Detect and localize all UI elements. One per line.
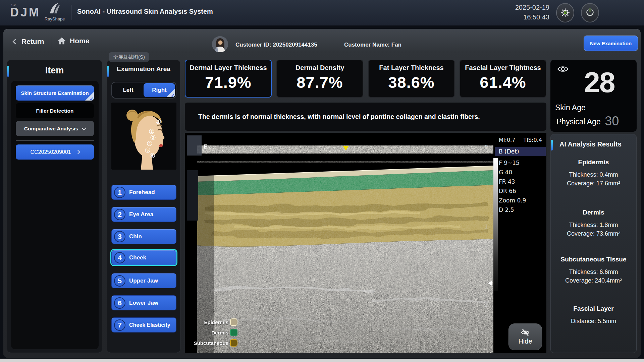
skin-age-card: Skin Age 28 Physical Age 30 <box>550 60 637 132</box>
djm-logo: DJM <box>10 5 41 19</box>
face-diagram: 1 2 3 4 5 6 <box>111 103 176 170</box>
accent-bar <box>551 140 553 150</box>
legend-label: Subcutaneous <box>188 340 228 346</box>
depth-label-1: 1 <box>485 224 488 230</box>
area-label: Forehead <box>129 189 155 196</box>
app-title: SonoAI - Ultrasound Skin Analysis System <box>77 8 213 15</box>
ultrasound-side-strip <box>187 170 198 221</box>
item-skin-structure[interactable]: Skin Structure Examination ✓ <box>16 85 94 101</box>
section-line: Coverage: 17.6mm² <box>551 179 636 188</box>
metric-card-fascial-tightness[interactable]: Fascial Layer Tightness 61.4% <box>460 60 546 98</box>
legend-label: Dermis <box>188 330 228 336</box>
metric-title: Dermal Density <box>277 64 363 72</box>
ai-analysis-panel: AI Analysis Results Epidermis Thickness:… <box>550 134 637 353</box>
eye-off-icon <box>521 328 530 337</box>
metric-card-dermal-thickness[interactable]: Dermal Layer Thickness 71.9% <box>185 60 272 98</box>
svg-text:2: 2 <box>151 129 153 133</box>
skin-age-value: 28 <box>584 66 615 99</box>
item-label: Filler Detection <box>36 108 74 114</box>
layer-legend: Epidermis Dermis Subcutaneous <box>188 318 237 350</box>
rayshape-logo: RayShape <box>43 3 66 21</box>
skin-age-label: Skin Age <box>555 103 586 112</box>
settings-button[interactable] <box>556 3 574 22</box>
metric-title: Dermal Layer Thickness <box>185 64 271 72</box>
customer-avatar[interactable] <box>212 36 228 52</box>
item-label: CC20250209001 <box>31 149 71 155</box>
param-frame-rate: FR 43 <box>499 177 526 186</box>
home-label: Home <box>70 37 89 45</box>
metric-value: 71.9% <box>185 73 271 92</box>
ai-section-subcutaneous: Subcutaneous Tissue Thickness: 6.6mm Cov… <box>551 256 636 285</box>
metric-title: Fascial Layer Tightness <box>460 64 546 72</box>
legend-row-dermis: Dermis <box>188 329 237 336</box>
power-icon <box>585 7 595 18</box>
mi-value: MI:0.7 <box>499 137 515 143</box>
section-name: Dermis <box>551 209 636 216</box>
return-button[interactable]: Return <box>13 38 44 46</box>
eye-icon[interactable] <box>557 65 569 73</box>
side-left-button[interactable]: Left <box>112 82 144 98</box>
hide-overlay-button[interactable]: Hide <box>508 323 542 350</box>
section-line: Distance: 5.5mm <box>551 317 636 325</box>
section-name: Epidermis <box>551 159 636 166</box>
svg-text:4: 4 <box>149 141 151 145</box>
area-label: Cheek <box>129 254 146 261</box>
area-button-upper-jaw[interactable]: 5 Upper Jaw <box>111 273 176 288</box>
area-number: 5 <box>114 275 125 287</box>
side-right-button[interactable]: Right ✓ <box>144 83 175 97</box>
ultrasound-picture <box>185 133 546 353</box>
area-button-cheek[interactable]: 4 Cheek <box>111 250 176 265</box>
side-right-label: Right <box>152 87 166 94</box>
legend-row-epidermis: Epidermis <box>188 318 237 326</box>
item-panel: Item Skin Structure Examination ✓ Filler… <box>7 60 102 353</box>
legend-chip-epidermis <box>230 318 237 326</box>
section-line: Coverage: 240.4mm² <box>551 276 636 285</box>
area-number: 1 <box>114 187 125 198</box>
section-name: Subcutaneous Tissue <box>551 256 636 263</box>
power-button[interactable] <box>581 3 599 22</box>
home-button[interactable]: Home <box>58 37 89 45</box>
item-comparative-analysis[interactable]: Comparative Analysis <box>16 121 94 136</box>
param-dynamic-range: DR 66 <box>499 186 526 196</box>
analysis-summary-bar: The dermis is of normal thickness, with … <box>185 103 546 131</box>
item-filler-detection[interactable]: Filler Detection <box>16 103 94 118</box>
area-button-cheek-elasticity[interactable]: 7 Cheek Elasticity <box>111 317 176 333</box>
area-button-lower-jaw[interactable]: 6 Lower Jaw <box>111 295 176 310</box>
tis-value: TIS:0.4 <box>523 137 542 143</box>
ai-panel-title: AI Analysis Results <box>559 140 622 148</box>
analysis-summary: The dermis is of normal thickness, with … <box>198 113 480 121</box>
depth-label-0: 0 <box>485 144 488 150</box>
datetime: 2025-02-19 16:50:43 <box>476 3 549 22</box>
scan-mode: B (Det) <box>495 147 546 156</box>
examination-area-panel: Examination Area Left Right ✓ <box>107 60 180 353</box>
metric-card-fat-thickness[interactable]: Fat Layer Thickness 38.6% <box>368 60 455 98</box>
area-label: Eye Area <box>129 211 153 218</box>
top-bar: 4.0 DJM RayShape SonoAI - Ultrasound Ski… <box>0 0 644 25</box>
time-text: 16:50:43 <box>476 12 549 22</box>
face-illustration: 1 2 3 4 5 6 <box>111 103 176 170</box>
divider <box>71 5 71 20</box>
customer-id: Customer ID: 20250209144135 <box>235 42 317 48</box>
param-gain: G 40 <box>499 168 526 177</box>
divider <box>51 37 51 49</box>
item-record-cc20250209001[interactable]: CC20250209001 <box>16 144 94 160</box>
legend-chip-dermis <box>230 329 237 336</box>
acoustic-indices: MI:0.7 TIS:0.4 <box>499 137 542 143</box>
svg-text:1: 1 <box>157 119 159 123</box>
legend-label: Epidermis <box>188 319 228 325</box>
svg-text:5: 5 <box>147 148 149 152</box>
area-button-chin[interactable]: 3 Chin <box>111 229 176 244</box>
ultrasound-side-control <box>187 135 202 156</box>
area-button-eye-area[interactable]: 2 Eye Area <box>111 207 176 222</box>
area-number: 7 <box>114 319 125 331</box>
ai-section-fascial: Fascial Layer Distance: 5.5mm <box>551 305 636 325</box>
section-line: Thickness: 1.8mm <box>551 221 636 229</box>
metric-card-dermal-density[interactable]: Dermal Density 87.7% <box>276 60 363 98</box>
svg-text:3: 3 <box>152 135 154 139</box>
new-examination-button[interactable]: New Examination <box>584 36 638 51</box>
ghost-tooltip: 全屏幕截图(S) <box>109 52 149 62</box>
item-label: Skin Structure Examination <box>21 90 89 96</box>
area-button-forehead[interactable]: 1 Forehead <box>111 185 176 200</box>
ai-section-epidermis: Epidermis Thickness: 0.4mm Coverage: 17.… <box>551 159 636 188</box>
param-depth: D 2.5 <box>499 205 526 215</box>
